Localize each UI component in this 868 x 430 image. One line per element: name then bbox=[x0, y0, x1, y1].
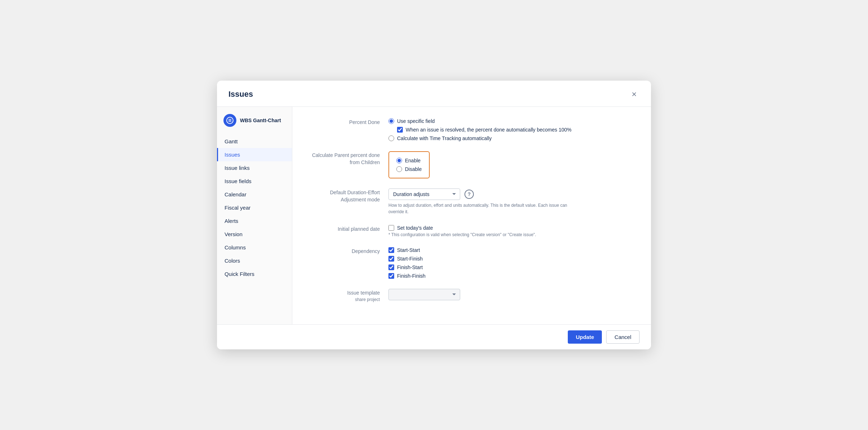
sidebar-nav: Gantt Issues Issue links Issue fields Ca… bbox=[217, 135, 292, 281]
checkbox-finish-start[interactable]: Finish-Start bbox=[388, 264, 634, 270]
radio-disable-label: Disable bbox=[405, 166, 422, 172]
logo-icon bbox=[223, 114, 236, 127]
checkbox-set-today-label: Set today's date bbox=[397, 225, 433, 231]
cancel-button[interactable]: Cancel bbox=[606, 330, 640, 344]
sidebar: WBS Gantt-Chart Gantt Issues Issue links… bbox=[217, 107, 292, 324]
calculate-parent-label: Calculate Parent percent done from Child… bbox=[310, 151, 388, 166]
duration-hint-text: How to adjust duration, effort and units… bbox=[388, 202, 575, 215]
checkbox-finish-finish-label: Finish-Finish bbox=[397, 273, 425, 279]
duration-adjustment-select[interactable]: Duration adjusts Effort adjusts Units ad… bbox=[388, 188, 460, 200]
sidebar-logo: WBS Gantt-Chart bbox=[217, 114, 292, 135]
initial-planned-date-controls: Set today's date * This configuration is… bbox=[388, 225, 634, 237]
percent-done-controls: Use specific field When an issue is reso… bbox=[388, 118, 634, 141]
issue-template-controls bbox=[388, 289, 634, 300]
radio-specific-field-input[interactable] bbox=[388, 118, 394, 124]
sidebar-item-quick-filters[interactable]: Quick Filters bbox=[217, 267, 292, 281]
issue-template-select[interactable] bbox=[388, 289, 460, 300]
sidebar-item-issues[interactable]: Issues bbox=[217, 148, 292, 161]
update-button[interactable]: Update bbox=[568, 330, 602, 344]
sidebar-item-fiscal-year[interactable]: Fiscal year bbox=[217, 201, 292, 214]
duration-adjustment-label: Default Duration-Effort Adjustment mode bbox=[310, 188, 388, 203]
calculate-parent-highlight: Enable Disable bbox=[388, 151, 430, 178]
help-icon[interactable]: ? bbox=[464, 190, 474, 199]
percent-done-label: Percent Done bbox=[310, 118, 388, 126]
percent-done-row: Percent Done Use specific field When an … bbox=[310, 118, 634, 141]
initial-date-note: * This configuration is valid when selec… bbox=[388, 232, 634, 237]
radio-disable[interactable]: Disable bbox=[396, 166, 422, 172]
checkbox-start-finish[interactable]: Start-Finish bbox=[388, 256, 634, 262]
issue-template-row: Issue template share project bbox=[310, 289, 634, 302]
checkbox-auto-100[interactable]: When an issue is resolved, the percent d… bbox=[397, 127, 634, 133]
sidebar-item-issue-links[interactable]: Issue links bbox=[217, 161, 292, 175]
modal-header: Issues × bbox=[217, 81, 651, 107]
checkbox-finish-finish[interactable]: Finish-Finish bbox=[388, 273, 634, 279]
checkbox-set-today-input[interactable] bbox=[388, 225, 394, 231]
modal: Issues × WBS Gantt-Chart Gantt Issues bbox=[217, 81, 651, 349]
checkbox-auto-100-label: When an issue is resolved, the percent d… bbox=[406, 127, 571, 133]
checkbox-finish-finish-input[interactable] bbox=[388, 273, 394, 279]
modal-title: Issues bbox=[228, 90, 253, 99]
dependency-row: Dependency Start-Start Start-Finish bbox=[310, 247, 634, 279]
sidebar-item-calendar[interactable]: Calendar bbox=[217, 188, 292, 201]
calculate-parent-row: Calculate Parent percent done from Child… bbox=[310, 151, 634, 178]
checkbox-start-start-input[interactable] bbox=[388, 247, 394, 253]
close-button[interactable]: × bbox=[629, 89, 640, 100]
calculate-parent-controls: Enable Disable bbox=[388, 151, 634, 178]
modal-footer: Update Cancel bbox=[217, 324, 651, 349]
checkbox-set-today[interactable]: Set today's date bbox=[388, 225, 634, 231]
initial-planned-date-label: Initial planned date bbox=[310, 225, 388, 233]
radio-specific-field-label: Use specific field bbox=[397, 118, 435, 124]
sidebar-item-columns[interactable]: Columns bbox=[217, 241, 292, 254]
checkbox-finish-start-input[interactable] bbox=[388, 264, 394, 270]
initial-planned-date-row: Initial planned date Set today's date * … bbox=[310, 225, 634, 237]
radio-time-tracking-input[interactable] bbox=[388, 135, 394, 141]
duration-adjustment-row: Default Duration-Effort Adjustment mode … bbox=[310, 188, 634, 215]
sidebar-item-issue-fields[interactable]: Issue fields bbox=[217, 175, 292, 188]
dependency-label: Dependency bbox=[310, 247, 388, 255]
radio-enable[interactable]: Enable bbox=[396, 158, 422, 163]
dependency-checkbox-group: Start-Start Start-Finish Finish-Start bbox=[388, 247, 634, 279]
checkbox-start-start[interactable]: Start-Start bbox=[388, 247, 634, 253]
checkbox-auto-100-input[interactable] bbox=[397, 127, 403, 133]
checkbox-start-finish-label: Start-Finish bbox=[397, 256, 423, 262]
sidebar-item-version[interactable]: Version bbox=[217, 228, 292, 241]
sidebar-item-colors[interactable]: Colors bbox=[217, 254, 292, 267]
sidebar-item-gantt[interactable]: Gantt bbox=[217, 135, 292, 148]
content-area: Percent Done Use specific field When an … bbox=[292, 107, 651, 324]
checkbox-start-finish-input[interactable] bbox=[388, 256, 394, 262]
radio-use-specific-field[interactable]: Use specific field bbox=[388, 118, 634, 124]
duration-adjustment-controls: Duration adjusts Effort adjusts Units ad… bbox=[388, 188, 634, 215]
radio-time-tracking-label: Calculate with Time Tracking automatical… bbox=[397, 135, 492, 141]
dependency-controls: Start-Start Start-Finish Finish-Start bbox=[388, 247, 634, 279]
issue-template-label: Issue template share project bbox=[310, 289, 388, 302]
duration-dropdown-row: Duration adjusts Effort adjusts Units ad… bbox=[388, 188, 634, 200]
sidebar-item-alerts[interactable]: Alerts bbox=[217, 214, 292, 228]
checkbox-finish-start-label: Finish-Start bbox=[397, 264, 423, 270]
radio-enable-label: Enable bbox=[405, 158, 421, 163]
logo-text: WBS Gantt-Chart bbox=[240, 118, 281, 124]
percent-done-radio-group: Use specific field When an issue is reso… bbox=[388, 118, 634, 141]
radio-disable-input[interactable] bbox=[396, 166, 402, 172]
radio-enable-input[interactable] bbox=[396, 158, 402, 163]
modal-body: WBS Gantt-Chart Gantt Issues Issue links… bbox=[217, 107, 651, 324]
checkbox-start-start-label: Start-Start bbox=[397, 247, 420, 253]
radio-time-tracking[interactable]: Calculate with Time Tracking automatical… bbox=[388, 135, 634, 141]
